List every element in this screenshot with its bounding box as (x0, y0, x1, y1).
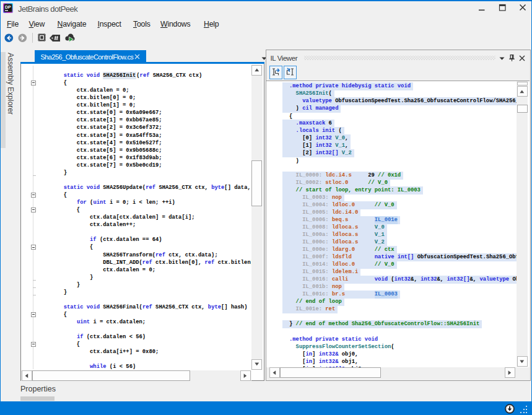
svg-text:DP: DP (5, 5, 11, 9)
